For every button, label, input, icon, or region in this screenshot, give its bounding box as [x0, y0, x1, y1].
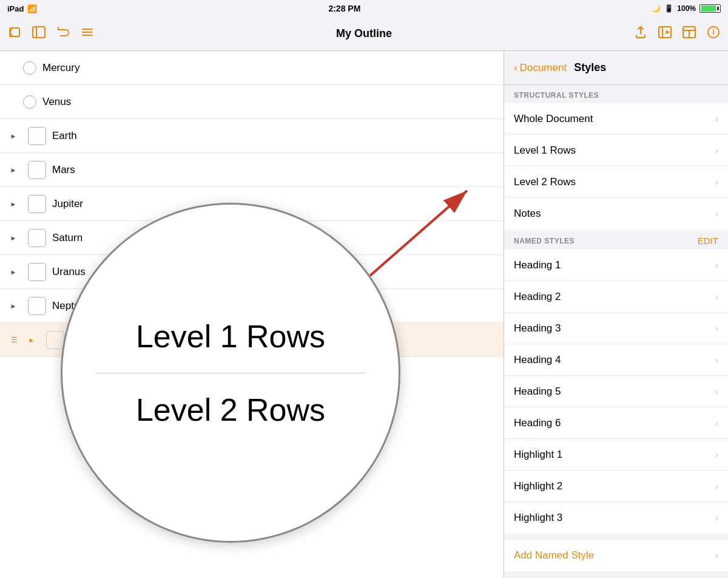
expand-icon-uranus[interactable]: ► — [5, 268, 22, 276]
toolbar-left — [7, 25, 245, 43]
expand-icon-mars[interactable]: ► — [5, 166, 22, 174]
row-label-saturn: Saturn — [52, 232, 83, 244]
style-item-label: Highlight 1 — [514, 449, 562, 461]
status-time: 2:28 PM — [328, 4, 360, 13]
undo-icon[interactable] — [56, 25, 70, 43]
chevron-right-icon: › — [715, 551, 718, 560]
expand-icon-earth[interactable]: ► — [5, 132, 22, 140]
styles-panel-title: Styles — [574, 61, 606, 74]
battery-icon — [699, 4, 721, 13]
structural-styles-header: STRUCTURAL STYLES — [504, 85, 728, 103]
outline-row-earth[interactable]: ► Earth — [0, 119, 504, 153]
device-label: iPad — [7, 4, 24, 13]
style-item-level1-rows[interactable]: Level 1 Rows › — [504, 135, 728, 166]
chevron-right-icon: › — [715, 418, 718, 428]
row-label-venus: Venus — [42, 96, 71, 108]
chevron-right-icon: › — [715, 292, 718, 302]
named-styles-list: Heading 1 › Heading 2 › Heading 3 › Head… — [504, 250, 728, 534]
style-item-label: Whole Document — [514, 113, 593, 125]
add-style-label: Add Named Style — [514, 549, 594, 562]
named-styles-header: NAMED STYLES EDIT — [504, 229, 728, 250]
chevron-right-icon: › — [715, 355, 718, 365]
style-item-label: Level 2 Rows — [514, 176, 576, 188]
chevron-right-icon: › — [715, 387, 718, 396]
table-icon[interactable] — [682, 25, 696, 43]
style-item-highlight3[interactable]: Highlight 3 › — [504, 502, 728, 534]
style-item-heading6[interactable]: Heading 6 › — [504, 407, 728, 439]
style-item-label: Heading 2 — [514, 291, 561, 303]
expand-icon-jupiter[interactable]: ► — [5, 200, 22, 208]
style-item-heading1[interactable]: Heading 1 › — [504, 250, 728, 281]
style-item-heading3[interactable]: Heading 3 › — [504, 313, 728, 344]
checkbox-mars[interactable] — [28, 161, 46, 179]
styles-panel-header: ‹ Document Styles — [504, 51, 728, 85]
checkbox-saturn[interactable] — [28, 229, 46, 247]
sidebar-icon[interactable] — [32, 25, 46, 43]
row-label-uranus: Uranus — [52, 266, 86, 278]
chevron-right-icon: › — [715, 146, 718, 155]
toolbar-title: My Outline — [245, 27, 483, 40]
chevron-right-icon: › — [715, 481, 718, 491]
expand-icon-pluto[interactable]: ► — [23, 336, 40, 344]
edit-button[interactable]: EDIT — [698, 236, 718, 246]
style-item-heading2[interactable]: Heading 2 › — [504, 281, 728, 313]
svg-rect-1 — [33, 27, 45, 38]
style-item-label: Heading 3 — [514, 322, 561, 335]
red-arrow — [352, 178, 485, 284]
expand-icon-neptune[interactable]: ► — [5, 302, 22, 310]
status-bar: iPad 📶 2:28 PM 🌙 📱 100% — [0, 0, 728, 17]
style-item-level2-rows[interactable]: Level 2 Rows › — [504, 166, 728, 198]
svg-text:i: i — [712, 28, 714, 36]
style-item-heading5[interactable]: Heading 5 › — [504, 376, 728, 407]
info-icon[interactable]: i — [706, 25, 721, 43]
share-icon[interactable] — [633, 25, 648, 43]
outline-row-mercury[interactable]: Mercury — [0, 51, 504, 85]
list-icon[interactable] — [80, 25, 95, 43]
chevron-right-icon: › — [715, 177, 718, 187]
checkbox-uranus[interactable] — [28, 263, 46, 281]
battery-label: 100% — [677, 4, 696, 13]
style-item-label: Highlight 2 — [514, 480, 562, 492]
structural-styles-list: Whole Document › Level 1 Rows › Level 2 … — [504, 103, 728, 229]
checkbox-earth[interactable] — [28, 127, 46, 145]
styles-panel: ‹ Document Styles STRUCTURAL STYLES Whol… — [504, 51, 728, 578]
chevron-right-icon: › — [715, 209, 718, 219]
chevron-right-icon: › — [715, 324, 718, 333]
style-item-highlight1[interactable]: Highlight 1 › — [504, 439, 728, 471]
style-item-notes[interactable]: Notes › — [504, 198, 728, 229]
style-item-label: Notes — [514, 208, 541, 220]
style-item-whole-document[interactable]: Whole Document › — [504, 103, 728, 135]
outline-row-venus[interactable]: Venus — [0, 85, 504, 119]
status-right: 🌙 📱 100% — [652, 4, 721, 13]
magnifier-divider — [96, 373, 365, 373]
checkbox-mercury[interactable] — [23, 61, 36, 75]
svg-line-14 — [370, 191, 467, 276]
style-item-label: Highlight 3 — [514, 512, 562, 524]
back-icon[interactable] — [7, 25, 22, 43]
magnifier-text-2: Level 2 Rows — [136, 392, 325, 428]
row-label-mercury: Mercury — [42, 62, 79, 74]
toolbar-right: i — [483, 25, 721, 43]
toolbar: My Outline i — [0, 17, 728, 51]
chevron-right-icon: › — [715, 513, 718, 523]
bluetooth-icon: 📱 — [664, 4, 673, 13]
checkbox-neptune[interactable] — [28, 297, 46, 315]
add-named-style-button[interactable]: Add Named Style › — [504, 540, 728, 571]
back-button[interactable]: ‹ Document — [514, 62, 567, 74]
style-item-label: Heading 6 — [514, 417, 561, 429]
style-item-heading4[interactable]: Heading 4 › — [504, 344, 728, 376]
expand-icon-saturn[interactable]: ► — [5, 234, 22, 242]
checkbox-venus[interactable] — [23, 95, 36, 109]
chevron-right-icon: › — [715, 260, 718, 270]
row-label-mars: Mars — [52, 164, 75, 176]
back-chevron-icon: ‹ — [514, 62, 517, 74]
named-styles-label: NAMED STYLES — [514, 237, 575, 245]
magnifier-text-1: Level 1 Rows — [136, 318, 325, 355]
checkbox-jupiter[interactable] — [28, 195, 46, 213]
export-icon[interactable] — [658, 25, 672, 43]
main-layout: Mercury Venus ► Earth ► Mars ► Jupiter ►… — [0, 51, 728, 578]
style-item-highlight2[interactable]: Highlight 2 › — [504, 471, 728, 502]
row-handle-pluto: ☰ — [5, 336, 23, 344]
wifi-icon: 📶 — [27, 4, 37, 13]
checkbox-pluto[interactable] — [46, 331, 64, 349]
